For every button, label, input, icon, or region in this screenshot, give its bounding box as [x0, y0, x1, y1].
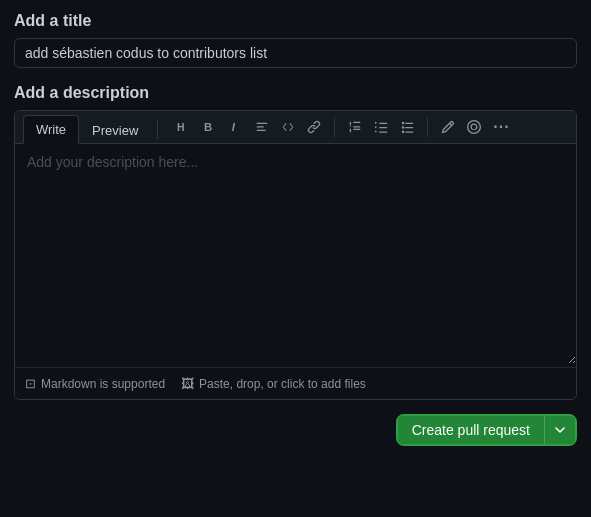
toolbar-divider-3	[427, 117, 428, 137]
attach-icon[interactable]	[436, 116, 460, 138]
create-pull-request-button[interactable]: Create pull request	[398, 416, 544, 444]
markdown-hint-text: Markdown is supported	[41, 377, 165, 391]
svg-text:B: B	[204, 121, 212, 133]
markdown-icon: ⊡	[25, 376, 36, 391]
svg-text:I: I	[232, 121, 236, 133]
description-section: Add a description Write Preview H B I	[14, 84, 577, 400]
italic-icon[interactable]: I	[224, 116, 248, 138]
chevron-down-icon	[555, 425, 565, 435]
editor-body	[15, 144, 576, 367]
link-icon[interactable]	[302, 116, 326, 138]
toolbar-icons: H B I	[172, 115, 514, 143]
unordered-list-icon[interactable]	[369, 116, 393, 138]
title-section: Add a title	[14, 12, 577, 84]
file-hint[interactable]: 🖼 Paste, drop, or click to add files	[181, 376, 366, 391]
blockquote-icon[interactable]	[250, 116, 274, 138]
file-hint-text: Paste, drop, or click to add files	[199, 377, 366, 391]
svg-text:H: H	[177, 121, 185, 133]
code-icon[interactable]	[276, 116, 300, 138]
create-pr-dropdown-button[interactable]	[544, 416, 575, 444]
description-section-label: Add a description	[14, 84, 577, 102]
tab-preview[interactable]: Preview	[79, 116, 151, 144]
action-bar: Create pull request	[14, 414, 577, 446]
mention-icon[interactable]	[462, 116, 486, 138]
editor-footer: ⊡ Markdown is supported 🖼 Paste, drop, o…	[15, 367, 576, 399]
editor-toolbar-row: Write Preview H B I	[15, 111, 576, 144]
bold-icon[interactable]: B	[198, 116, 222, 138]
more-icon[interactable]: ···	[488, 115, 514, 139]
description-textarea[interactable]	[15, 144, 576, 364]
image-icon: 🖼	[181, 376, 194, 391]
heading-icon[interactable]: H	[172, 116, 196, 138]
title-section-label: Add a title	[14, 12, 577, 30]
markdown-hint: ⊡ Markdown is supported	[25, 376, 165, 391]
tab-write[interactable]: Write	[23, 115, 79, 144]
editor-container: Write Preview H B I	[14, 110, 577, 400]
create-pr-button-group: Create pull request	[396, 414, 577, 446]
ordered-list-icon[interactable]	[343, 116, 367, 138]
toolbar-divider-2	[334, 117, 335, 137]
toolbar-divider	[157, 119, 158, 139]
title-input[interactable]	[14, 38, 577, 68]
tasklist-icon[interactable]	[395, 116, 419, 138]
